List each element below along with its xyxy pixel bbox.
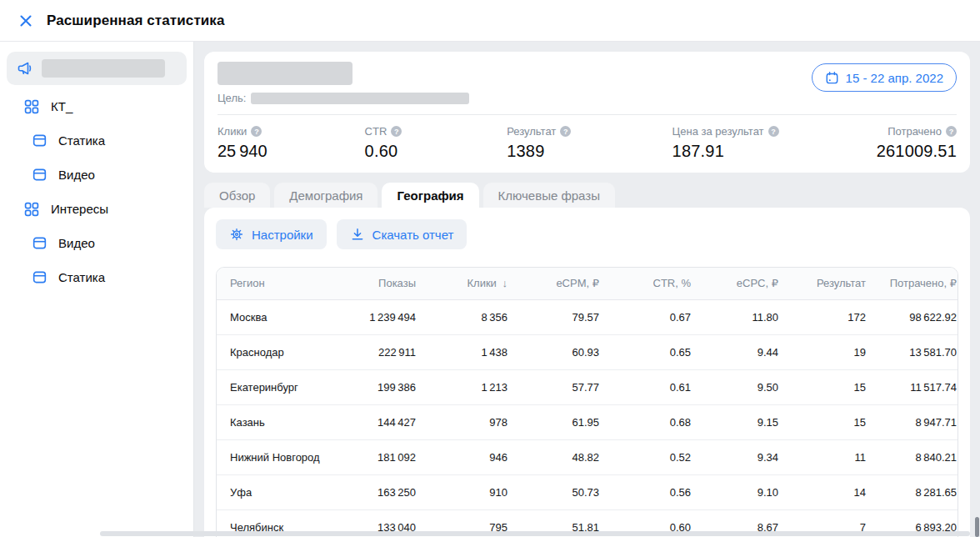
metric: Цена за результат?187.91 [672,125,877,161]
tab-demography[interactable]: Демография [274,183,378,208]
calendar-icon [825,71,839,85]
value-cell: 0.67 [612,299,704,334]
value-cell: 144 427 [342,404,429,439]
help-icon[interactable]: ? [946,126,957,137]
region-cell: Казань [217,404,342,439]
help-icon[interactable]: ? [768,126,779,137]
tab-keywords[interactable]: Ключевые фразы [483,183,615,208]
regions-table-container: РегионПоказыКлики ↓eCPM, ₽CTR, %eCPC, ₽Р… [216,267,958,537]
banner-icon [32,269,48,285]
redacted-goal-placeholder [251,93,469,104]
value-cell: 0.65 [612,334,704,369]
value-cell: 11 517.74 [879,369,958,404]
table-row-Нижний Новгород: Нижний Новгород181 09294648.820.529.3411… [217,439,958,474]
table-header: РегионПоказыКлики ↓eCPM, ₽CTR, %eCPC, ₽Р… [217,268,958,299]
value-cell: 11 [792,439,879,474]
value-cell: 8 281.65 [879,474,958,509]
metric-label: CTR? [365,125,508,138]
column-header-eCPM, ₽[interactable]: eCPM, ₽ [521,268,612,299]
sidebar-item-интересы-3[interactable]: Интересы [7,192,187,226]
advanced-statistics-modal: Расширенная статистика КТ_СтатикаВидеоИн… [0,0,980,537]
value-cell: 19 [792,334,879,369]
column-header-Клики[interactable]: Клики ↓ [429,268,521,299]
column-header-Потрачено, ₽[interactable]: Потрачено, ₽ [879,268,958,299]
value-cell: 11.80 [704,299,792,334]
column-header-eCPC, ₽[interactable]: eCPC, ₽ [704,268,792,299]
value-cell: 9.50 [704,369,792,404]
region-cell: Екатеринбург [217,369,342,404]
tab-geography[interactable]: География [382,183,478,208]
value-cell: 0.52 [612,439,704,474]
horizontal-scrollbar[interactable] [100,531,970,536]
sidebar-item-label: Видео [58,168,95,182]
close-button[interactable] [17,12,35,30]
page-title: Расширенная статистика [47,13,225,29]
metric-label: Цена за результат? [672,125,877,138]
sidebar-item-видео-4[interactable]: Видео [7,226,187,260]
settings-button[interactable]: Настройки [216,219,327,249]
main-area: Цель: 15 - 22 апр. 2022 Клики?25 940CTR?… [194,42,980,537]
region-cell: Краснодар [217,334,342,369]
metric: Результат?1389 [507,125,672,161]
value-cell: 57.77 [521,369,612,404]
download-report-button[interactable]: Скачать отчет [337,219,468,249]
grid-icon [23,98,40,115]
sidebar-item-label: Видео [58,236,95,250]
value-cell: 172 [792,299,879,334]
sidebar-item-статика-5[interactable]: Статика [7,260,187,294]
help-icon[interactable]: ? [251,126,262,137]
metrics-row: Клики?25 940CTR?0.60Результат?1389Цена з… [218,115,957,161]
banner-icon [32,167,48,183]
value-cell: 0.56 [612,474,704,509]
value-cell: 0.68 [612,404,704,439]
tab-overview[interactable]: Обзор [204,183,270,208]
table-row-Екатеринбург: Екатеринбург199 3861 21357.770.619.50151… [217,369,958,404]
metric-value: 25 940 [218,142,365,161]
metric-label: Результат? [507,125,672,138]
value-cell: 9.15 [704,404,792,439]
column-header-Результат[interactable]: Результат [792,268,879,299]
campaign-summary-card: Цель: 15 - 22 апр. 2022 Клики?25 940CTR?… [204,52,970,173]
value-cell: 98 622.92 [879,299,958,334]
region-cell: Москва [217,299,342,334]
vertical-scrollbar-thumb[interactable] [975,517,979,537]
sidebar-item-campaign[interactable] [7,52,187,85]
value-cell: 15 [792,369,879,404]
value-cell: 9.34 [704,439,792,474]
value-cell: 222 911 [342,334,429,369]
value-cell: 8 356 [429,299,521,334]
banner-icon [32,235,48,251]
sidebar-item-label: Статика [58,270,105,284]
metric: Клики?25 940 [218,125,365,161]
column-header-Показы[interactable]: Показы [342,268,429,299]
sidebar-item-видео-2[interactable]: Видео [7,158,187,192]
value-cell: 60.93 [521,334,612,369]
sort-descending-icon: ↓ [499,277,508,289]
metric-value: 0.60 [365,142,508,161]
metric-value: 261009.51 [877,142,957,161]
download-icon [350,227,365,242]
column-header-Регион[interactable]: Регион [217,268,342,299]
sidebar-item-кт_-0[interactable]: КТ_ [7,89,187,123]
value-cell: 181 092 [342,439,429,474]
date-range-label: 15 - 22 апр. 2022 [846,71,943,85]
grid-icon [23,201,40,218]
value-cell: 15 [792,404,879,439]
help-icon[interactable]: ? [391,126,402,137]
metric-label: Клики? [218,125,365,138]
table-row-Краснодар: Краснодар222 9111 43860.930.659.441913 5… [217,334,958,369]
goal-row: Цель: [218,92,957,104]
column-header-CTR, %[interactable]: CTR, % [612,268,704,299]
sidebar: КТ_СтатикаВидеоИнтересыВидеоСтатика [0,42,194,537]
help-icon[interactable]: ? [560,126,571,137]
value-cell: 0.61 [612,369,704,404]
value-cell: 9.10 [704,474,792,509]
geography-panel: Настройки Скачать отчет [204,208,970,537]
value-cell: 8 840.21 [879,439,958,474]
value-cell: 50.73 [521,474,612,509]
sidebar-item-статика-1[interactable]: Статика [7,123,187,158]
table-row-Москва: Москва1 239 4948 35679.570.6711.8017298 … [217,299,958,334]
date-range-button[interactable]: 15 - 22 апр. 2022 [812,63,957,92]
redacted-campaign-name-placeholder [42,59,165,78]
value-cell: 1 213 [429,369,521,404]
